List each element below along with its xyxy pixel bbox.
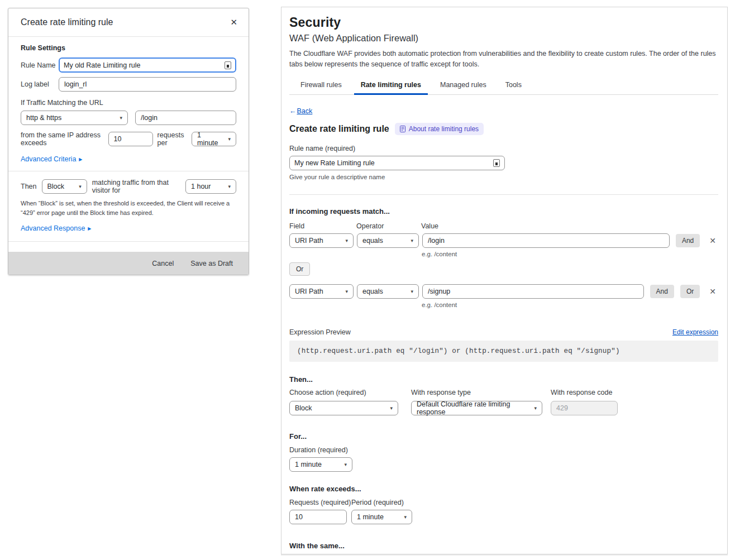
response-code-column: With response code: [551, 389, 618, 415]
chevron-down-icon: ▾: [390, 405, 393, 411]
edit-expression-link[interactable]: Edit expression: [672, 328, 718, 336]
autofill-icon[interactable]: [493, 159, 500, 167]
back-arrow-icon: ←: [289, 107, 297, 115]
close-icon[interactable]: ✕: [230, 17, 237, 27]
waf-description: The Cloudflare WAF provides both automat…: [289, 49, 718, 70]
chevron-down-icon: ▾: [411, 289, 413, 294]
response-type-select[interactable]: Default Cloudflare rate limiting respons…: [411, 401, 542, 415]
duration-select[interactable]: 1 minute ▾: [289, 457, 352, 472]
response-code-input: [551, 401, 618, 415]
scheme-select-value: http & https: [26, 114, 61, 122]
rule-settings-heading: Rule Settings: [21, 44, 236, 52]
document-icon: [400, 126, 405, 132]
waf-tabs: Firewall rules Rate limiting rules Manag…: [289, 76, 718, 95]
and-button[interactable]: And: [650, 285, 674, 298]
dialog-header: Create rate limiting rule ✕: [8, 8, 249, 37]
remove-condition-icon[interactable]: ✕: [707, 236, 718, 246]
field-select-value: URI Path: [295, 237, 323, 245]
page-title: Security: [289, 15, 718, 30]
with-same-heading: With the same...: [289, 542, 718, 550]
expression-preview-label: Expression Preview: [289, 328, 351, 336]
or-button[interactable]: Or: [680, 285, 700, 298]
advanced-response-label: Advanced Response: [21, 224, 85, 232]
condition-column-headers: Field Operator Value: [289, 222, 718, 230]
field-select[interactable]: URI Path ▾: [289, 284, 354, 299]
field-select[interactable]: URI Path ▾: [289, 233, 354, 248]
period-label: Period (required): [351, 499, 404, 506]
value-hint: e.g. /content: [422, 301, 718, 308]
advanced-response-link[interactable]: Advanced Response ▶: [21, 224, 92, 232]
operator-select[interactable]: equals ▾: [357, 284, 419, 299]
expression-code: (http.request.uri.path eq "/login") or (…: [289, 341, 718, 362]
requests-label: Requests (required): [289, 499, 351, 506]
block-note: When “Block” is set, when the threshold …: [21, 199, 236, 218]
rule-name-row: Rule Name: [21, 58, 236, 73]
operator-select[interactable]: equals ▾: [357, 233, 419, 248]
url-pattern-input[interactable]: [135, 111, 236, 125]
save-as-draft-button[interactable]: Save as Draft: [190, 260, 233, 267]
chevron-down-icon: ▾: [534, 405, 537, 411]
requests-count-input[interactable]: [108, 132, 153, 146]
dialog-footer: Cancel Save as Draft: [8, 252, 249, 275]
advanced-criteria-link[interactable]: Advanced Criteria ▶: [21, 155, 83, 163]
value-input[interactable]: [422, 284, 644, 299]
chevron-down-icon: ▾: [79, 184, 82, 189]
traffic-matching-heading: If Traffic Matching the URL: [21, 99, 236, 107]
duration-select-value: 1 minute: [295, 461, 322, 468]
rate-period-select[interactable]: 1 minute ▾: [351, 510, 412, 524]
rule-name-label: Rule Name: [21, 61, 59, 69]
scheme-select[interactable]: http & https ▾: [21, 111, 128, 125]
rule-name-input[interactable]: [64, 61, 225, 69]
tab-firewall-rules[interactable]: Firewall rules: [293, 76, 350, 94]
period-select[interactable]: 1 minute ▾: [192, 132, 236, 146]
url-match-row: http & https ▾: [21, 111, 236, 125]
block-duration-value: 1 hour: [191, 183, 211, 190]
log-label-label: Log label: [21, 80, 59, 88]
chevron-down-icon: ▾: [404, 514, 407, 520]
exceeds-label: from the same IP address exceeds: [21, 131, 104, 147]
chevron-down-icon: ▾: [345, 238, 348, 243]
value-input[interactable]: [422, 233, 670, 248]
chevron-down-icon: ▾: [411, 238, 413, 243]
dialog-body: Rule Settings Rule Name Log label If Tra…: [8, 37, 249, 260]
autofill-icon[interactable]: [225, 61, 231, 69]
rule-name-input[interactable]: [294, 159, 493, 167]
dialog-title: Create rate limiting rule: [21, 17, 113, 27]
back-link[interactable]: ← Back: [289, 107, 312, 115]
response-type-label: With response type: [411, 389, 542, 396]
divider: [8, 171, 249, 171]
tab-tools[interactable]: Tools: [498, 76, 529, 94]
action-select[interactable]: Block ▾: [289, 401, 398, 415]
tab-managed-rules[interactable]: Managed rules: [432, 76, 494, 94]
divider: [8, 241, 249, 242]
and-button[interactable]: And: [676, 234, 700, 247]
chevron-right-icon: ▶: [79, 157, 82, 162]
chevron-right-icon: ▶: [88, 226, 91, 231]
log-label-input[interactable]: [59, 77, 236, 92]
then-controls: Choose action (required) Block ▾ With re…: [289, 389, 718, 415]
create-rate-limiting-rule-dialog: Create rate limiting rule ✕ Rule Setting…: [8, 8, 249, 275]
expression-header: Expression Preview Edit expression: [289, 328, 718, 336]
rule-name-helper: Give your rule a descriptive name: [289, 174, 718, 180]
rule-name-label: Rule name (required): [289, 145, 718, 152]
rule-name-field[interactable]: [289, 156, 505, 170]
action-column: Choose action (required) Block ▾: [289, 389, 398, 415]
requests-input[interactable]: [289, 510, 347, 524]
condition-row: URI Path ▾ equals ▾ And ✕: [289, 233, 718, 248]
condition-row: URI Path ▾ equals ▾ And Or ✕: [289, 284, 718, 299]
tab-rate-limiting-rules[interactable]: Rate limiting rules: [353, 76, 429, 94]
rate-period-value: 1 minute: [357, 513, 384, 521]
action-select[interactable]: Block ▾: [42, 179, 87, 194]
or-button[interactable]: Or: [289, 262, 310, 276]
incoming-requests-heading: If incoming requests match...: [289, 207, 718, 216]
duration-label: Duration (required): [289, 446, 718, 454]
for-heading: For...: [289, 432, 718, 441]
value-column-label: Value: [421, 222, 438, 230]
block-duration-select[interactable]: 1 hour ▾: [185, 179, 236, 194]
remove-condition-icon[interactable]: ✕: [707, 286, 718, 296]
action-select-value: Block: [47, 183, 65, 190]
cancel-button[interactable]: Cancel: [152, 260, 174, 267]
about-rate-limiting-badge[interactable]: About rate limiting rules: [395, 123, 484, 135]
rule-name-field[interactable]: [59, 58, 236, 73]
form-title: Create rate limiting rule: [289, 124, 389, 134]
